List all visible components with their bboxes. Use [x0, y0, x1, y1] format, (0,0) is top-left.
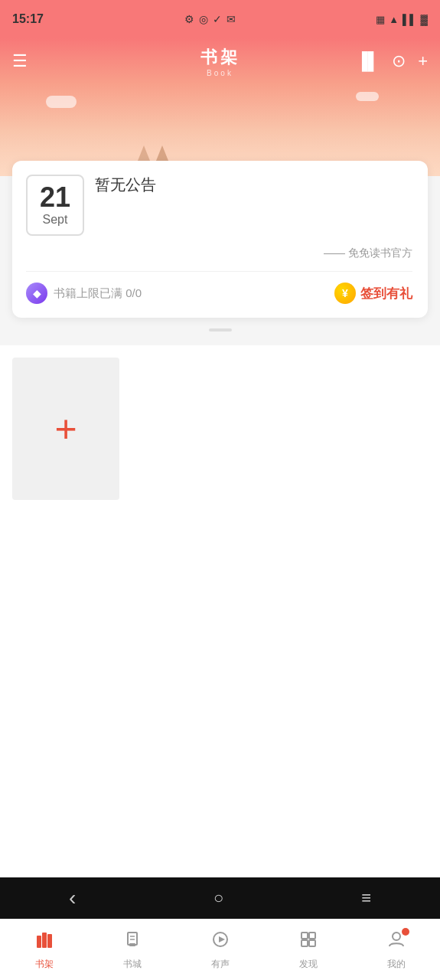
home-button[interactable]: ○	[213, 888, 223, 908]
cloud-left	[46, 96, 77, 108]
scroll-dot	[209, 328, 232, 332]
svg-point-13	[393, 933, 400, 940]
nav-item-discover[interactable]: 发现	[298, 929, 318, 971]
svg-rect-6	[129, 943, 135, 946]
status-right-icons: ▦ ▲ ▌▌ ▓	[376, 14, 428, 25]
bookstore-nav-icon	[122, 929, 142, 955]
mail-icon: ✉	[227, 13, 236, 25]
nav-item-audio[interactable]: 有声	[210, 929, 230, 971]
network-icon: ▌▌	[403, 14, 416, 25]
check-icon: ✓	[213, 13, 222, 25]
scroll-indicator	[0, 318, 440, 338]
app-header: ☰ 书架 Book ▐▌ ⊙ +	[0, 38, 440, 84]
announcement-bottom: ◆ 书籍上限已满 0/0 签到有礼	[26, 283, 412, 304]
nav-item-mine[interactable]: 我的	[386, 929, 406, 971]
svg-rect-12	[309, 940, 315, 946]
nav-label-bookstore: 书城	[123, 958, 142, 971]
book-limit-text: 书籍上限已满 0/0	[54, 286, 142, 301]
svg-rect-9	[301, 933, 308, 939]
announcement-top: 21 Sept 暂无公告	[26, 175, 412, 236]
settings-icon: ⚙	[184, 13, 194, 25]
add-book-plus-icon: +	[54, 410, 77, 448]
nav-label-mine: 我的	[387, 958, 406, 971]
signal-icon: ▦	[376, 14, 385, 25]
diamond-icon: ◆	[26, 283, 47, 304]
svg-rect-2	[47, 934, 52, 948]
nav-item-bookstore[interactable]: 书城	[122, 929, 142, 971]
announcement-card: 21 Sept 暂无公告 —— 免免读书官方 ◆ 书籍上限已满 0/0 签到有礼	[12, 161, 428, 318]
cloud-right	[356, 92, 379, 101]
recents-button[interactable]: ≡	[361, 888, 371, 908]
tree-small	[138, 145, 150, 161]
nav-label-audio: 有声	[211, 958, 230, 971]
audio-nav-icon	[210, 929, 230, 955]
svg-rect-11	[301, 940, 308, 946]
checkin-button[interactable]: 签到有礼	[334, 283, 412, 304]
main-content: 21 Sept 暂无公告 —— 免免读书官方 ◆ 书籍上限已满 0/0 签到有礼	[0, 161, 440, 956]
app-title-cn: 书架	[200, 46, 240, 69]
search-icon[interactable]: ⊙	[392, 51, 406, 71]
checkin-label: 签到有礼	[360, 285, 412, 302]
status-left-icons: ⚙ ◎ ✓ ✉	[184, 13, 236, 25]
svg-rect-1	[42, 933, 47, 948]
location-icon: ◎	[199, 13, 208, 25]
status-time: 15:17	[12, 12, 44, 26]
bottom-nav: 书架 书城 有声	[0, 919, 440, 980]
nav-item-bookshelf[interactable]: 书架	[34, 929, 54, 971]
status-bar: 15:17 ⚙ ◎ ✓ ✉ ▦ ▲ ▌▌ ▓	[0, 0, 440, 38]
calendar-month: Sept	[43, 213, 68, 227]
svg-marker-8	[219, 936, 225, 942]
announcement-author: —— 免免读书官方	[26, 247, 412, 260]
header-title: 书架 Book	[200, 46, 240, 77]
menu-icon[interactable]: ☰	[12, 51, 28, 71]
discover-nav-icon	[298, 929, 318, 955]
chart-icon[interactable]: ▐▌	[356, 51, 380, 71]
battery-icon: ▓	[421, 14, 428, 25]
bookshelf-nav-icon	[34, 929, 54, 955]
header-left: ☰	[12, 51, 28, 71]
add-book-button[interactable]: +	[12, 358, 119, 500]
app-title-en: Book	[207, 69, 233, 77]
calendar-icon: 21 Sept	[26, 175, 84, 236]
svg-rect-10	[309, 933, 315, 939]
svg-rect-3	[128, 933, 137, 945]
header-right: ▐▌ ⊙ +	[356, 51, 428, 71]
svg-rect-0	[37, 936, 41, 948]
announcement-title-wrap: 暂无公告	[95, 175, 156, 195]
mine-badge	[402, 928, 409, 936]
wifi-icon: ▲	[389, 14, 399, 25]
announcement-title: 暂无公告	[95, 168, 156, 193]
book-limit: ◆ 书籍上限已满 0/0	[26, 283, 142, 304]
coin-icon	[334, 283, 356, 304]
nav-label-bookshelf: 书架	[35, 958, 54, 971]
add-icon[interactable]: +	[418, 51, 428, 71]
card-divider	[26, 271, 412, 272]
mine-nav-icon	[386, 929, 406, 955]
back-button[interactable]: ‹	[69, 886, 76, 910]
calendar-day: 21	[40, 184, 70, 211]
system-nav-bar: ‹ ○ ≡	[0, 877, 440, 919]
nav-label-discover: 发现	[299, 958, 318, 971]
bookshelf-area: +	[0, 345, 440, 512]
